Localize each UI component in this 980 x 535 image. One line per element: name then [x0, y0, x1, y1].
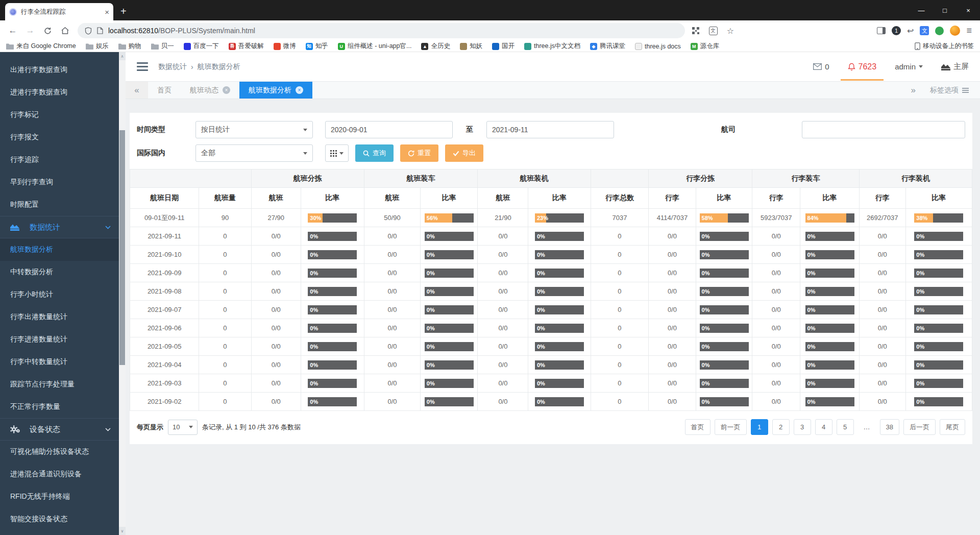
sidebar-item[interactable]: 中转数据分析 — [0, 261, 119, 283]
tab-close-icon[interactable]: × — [105, 8, 109, 16]
tab-item[interactable]: 首页 — [148, 82, 181, 99]
browser-menu-icon[interactable]: ≡ — [966, 26, 972, 36]
reload-icon[interactable] — [40, 23, 55, 38]
bookmark-star-icon[interactable]: ☆ — [724, 24, 737, 37]
tab-item[interactable]: 航班动态× — [181, 82, 239, 99]
scrollbar-thumb[interactable] — [119, 130, 125, 365]
sidebar-item[interactable]: 早到行李查询 — [0, 171, 119, 193]
mail-indicator[interactable]: 0 — [813, 62, 829, 71]
time-type-select[interactable]: 按日统计 — [195, 121, 313, 138]
page-button[interactable]: 1 — [751, 419, 768, 435]
sidebar-item[interactable]: 不正常行李数量 — [0, 396, 119, 418]
mobile-bookmarks[interactable]: 移动设备上的书签 — [915, 42, 974, 51]
extension-badge-icon[interactable]: 1 — [892, 26, 901, 35]
bookmark-item[interactable]: ▲全历史 — [421, 42, 450, 51]
main-screen-button[interactable]: 主屏 — [941, 62, 969, 71]
forward-icon[interactable]: → — [22, 23, 38, 38]
sidebar-scrollbar[interactable]: ∧ ∨ — [119, 52, 126, 535]
scope-select[interactable]: 全部 — [195, 144, 313, 162]
back-icon[interactable]: ← — [5, 23, 20, 38]
bookmark-item[interactable]: 贝一 — [151, 42, 174, 51]
browser-tab[interactable]: 行李全流程跟踪 × — [5, 3, 113, 20]
sidebar-item[interactable]: 行李追踪 — [0, 149, 119, 171]
page-size-select[interactable]: 10 — [168, 420, 198, 435]
page-button[interactable]: 前一页 — [715, 419, 747, 435]
tab-active[interactable]: 航班数据分析× — [239, 82, 312, 99]
sidebar-item[interactable]: RFID无线手持终端 — [0, 485, 119, 508]
page-button[interactable]: 首页 — [685, 419, 710, 435]
sidebar-item[interactable]: 智能交接设备状态 — [0, 508, 119, 530]
new-tab-button[interactable]: + — [120, 6, 127, 16]
tab-close-icon[interactable]: × — [223, 86, 230, 94]
sidebar-toggle-icon[interactable] — [137, 62, 148, 71]
page-button[interactable]: 2 — [772, 419, 790, 435]
close-button[interactable]: × — [957, 0, 980, 20]
sidebar-item[interactable]: 跟踪节点行李处理量 — [0, 373, 119, 396]
green-extension-icon[interactable] — [935, 27, 944, 35]
bookmark-item[interactable]: M源仓库 — [691, 42, 720, 51]
sidebar-item[interactable]: 时限配置 — [0, 193, 119, 216]
columns-toggle-button[interactable] — [325, 144, 349, 162]
data-cell: 0/0 — [251, 393, 301, 411]
sidebar-item[interactable]: 出港行李数据查询 — [0, 59, 119, 81]
translate-icon[interactable]: 文 — [706, 24, 720, 37]
scroll-up-icon[interactable]: ∧ — [119, 52, 126, 60]
date-from-input[interactable] — [325, 121, 453, 138]
sidebar-item[interactable]: 行李小时统计 — [0, 283, 119, 306]
breadcrumb-current: 航班数据分析 — [198, 62, 240, 71]
profile-avatar[interactable] — [950, 26, 960, 36]
address-bar[interactable]: localhost:62810/BOP-PLUS/System/main.htm… — [78, 23, 685, 38]
split-screen-icon[interactable] — [877, 27, 886, 34]
maximize-button[interactable]: □ — [933, 0, 957, 20]
bookmark-item[interactable]: U组件概述 - uni-app官... — [338, 42, 412, 51]
bookmark-item[interactable]: 国开 — [492, 42, 514, 51]
bookmark-item[interactable]: ◆腾讯课堂 — [590, 42, 625, 51]
sidebar-item[interactable]: 航班数据分析 — [0, 238, 119, 261]
breadcrumb-parent[interactable]: 数据统计 — [158, 62, 187, 71]
bookmark-item[interactable]: three.js docs — [635, 43, 681, 50]
bookmark-item[interactable]: 来自 Google Chrome — [6, 42, 76, 51]
home-icon[interactable] — [57, 23, 72, 38]
page-button[interactable]: … — [858, 419, 876, 435]
page-button[interactable]: 后一页 — [903, 419, 936, 435]
airline-input[interactable] — [802, 121, 965, 138]
sidebar-item[interactable]: 进港混合通道识别设备 — [0, 463, 119, 485]
tab-options-button[interactable]: 标签选项 — [930, 86, 969, 95]
bookmark-item[interactable]: 知妖 — [460, 42, 482, 51]
page-button[interactable]: 尾页 — [940, 419, 965, 435]
bookmark-item[interactable]: 微博 — [274, 42, 296, 51]
qr-code-icon[interactable] — [689, 24, 702, 37]
user-menu[interactable]: admin — [895, 62, 923, 71]
notice-indicator[interactable]: 7623 — [848, 62, 877, 71]
minimize-button[interactable]: — — [910, 0, 933, 20]
history-arrow-icon[interactable]: ↩ — [907, 26, 914, 36]
bookmark-item[interactable]: 百度一下 — [184, 42, 219, 51]
tab-close-icon[interactable]: × — [296, 86, 303, 94]
bookmark-item[interactable]: three.js中文文档 — [524, 42, 580, 51]
sidebar-item[interactable]: 行李标记 — [0, 104, 119, 126]
bookmark-item[interactable]: 吾吾爱破解 — [229, 42, 264, 51]
export-button[interactable]: 导出 — [445, 144, 483, 162]
sidebar-item[interactable]: 行李报文 — [0, 126, 119, 149]
sidebar-section-chart[interactable]: 数据统计 — [0, 216, 119, 238]
date-to-input[interactable] — [486, 121, 614, 138]
sidebar-section-gear[interactable]: 设备状态 — [0, 418, 119, 441]
sidebar-item[interactable]: 可视化辅助分拣设备状态 — [0, 441, 119, 463]
translate-extension-icon[interactable]: 文 — [920, 26, 929, 35]
sidebar-item[interactable]: 行李中转数量统计 — [0, 351, 119, 373]
sidebar-item[interactable]: 进港行李数据查询 — [0, 81, 119, 104]
bookmark-item[interactable]: 娱乐 — [86, 42, 109, 51]
sidebar-item[interactable]: 行李出港数量统计 — [0, 306, 119, 328]
page-button[interactable]: 38 — [880, 419, 899, 435]
reset-button[interactable]: 重置 — [400, 144, 438, 162]
tabs-scroll-right-icon[interactable]: » — [911, 85, 916, 95]
sidebar-item[interactable]: 行李进港数量统计 — [0, 328, 119, 351]
search-button[interactable]: 查询 — [355, 144, 394, 162]
scroll-down-icon[interactable]: ∨ — [119, 527, 126, 535]
page-button[interactable]: 4 — [815, 419, 832, 435]
page-button[interactable]: 5 — [837, 419, 854, 435]
bookmark-item[interactable]: 购物 — [118, 42, 141, 51]
bookmark-item[interactable]: 知知乎 — [306, 42, 328, 51]
tabs-scroll-left-icon[interactable]: « — [126, 82, 148, 99]
page-button[interactable]: 3 — [794, 419, 811, 435]
